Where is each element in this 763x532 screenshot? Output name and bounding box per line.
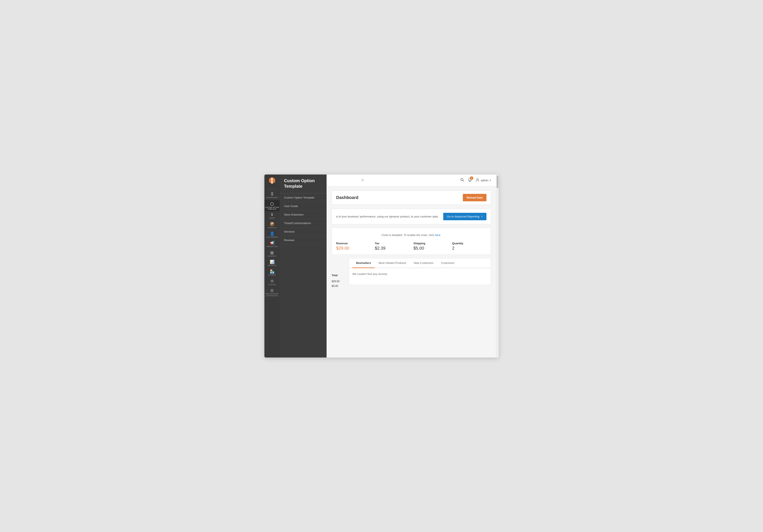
advanced-reporting-button[interactable]: Go to Advanced Reporting ↗ (443, 213, 487, 220)
close-icon[interactable]: ✕ (361, 178, 364, 183)
stat-label-tax: Tax (375, 242, 409, 245)
tab-new-customers[interactable]: New Customers (410, 258, 437, 268)
scrollbar[interactable] (496, 174, 498, 358)
stat-label-quantity: Quantity (452, 242, 487, 245)
sidebar-item-reports[interactable]: 📊 REPORTS (265, 258, 280, 268)
scrollbar-thumb[interactable] (497, 175, 498, 188)
reporting-section: d of your business' performance, using o… (332, 209, 491, 224)
tabs-section: Bestsellers Most Viewed Products New Cus… (349, 258, 491, 285)
no-records-message: We couldn't find any records. (352, 272, 487, 276)
tabs-and-totals-wrapper: Total $29.00 $0.00 Bestsellers Most View… (332, 258, 491, 288)
dropdown-sidebar: Custom Option Template ✕ Custom Option T… (280, 174, 327, 358)
sidebar-item-system[interactable]: ⚙ SYSTEM (265, 278, 280, 287)
dropdown-menu-title: Custom Option Template (280, 178, 327, 193)
dashboard-header: Dashboard Reload Data (332, 191, 491, 205)
notification-badge: 1 (470, 176, 473, 180)
menu-item-user-guide[interactable]: User Guide (280, 202, 327, 211)
system-icon: ⚙ (271, 279, 274, 283)
sidebar-item-label-partners: FIND PARTNERS & EXTENSIONS (265, 293, 279, 297)
chart-disabled-text: Chart is disabled. To enable the chart, … (382, 233, 434, 237)
sidebar-divider (268, 189, 276, 189)
tabs-header: Bestsellers Most Viewed Products New Cus… (349, 258, 491, 268)
sidebar-item-sales[interactable]: $ SALES (265, 211, 280, 221)
stat-value-quantity: 2 (452, 246, 487, 251)
menu-item-label: Store Extension (284, 213, 304, 216)
tab-most-viewed[interactable]: Most Viewed Products (375, 258, 410, 268)
menu-item-services[interactable]: Services (280, 227, 327, 236)
sidebar-item-customers[interactable]: 👤 CUSTOMERS (265, 230, 280, 240)
svg-point-4 (470, 181, 470, 182)
sidebar-item-catalog[interactable]: 📦 CATALOG (265, 221, 280, 230)
reports-icon: 📊 (270, 260, 274, 264)
sidebar-item-label-content: CONTENT (268, 255, 276, 257)
tab-label-most-viewed: Most Viewed Products (379, 261, 406, 265)
stat-label-shipping: Shipping (413, 242, 448, 245)
notification-bell[interactable]: 1 (468, 178, 472, 183)
menu-item-label: User Guide (284, 205, 298, 208)
menu-item-label: Custom Option Template (284, 196, 314, 199)
page-title: Dashboard (336, 195, 358, 200)
stat-tax: Tax $2.39 (375, 242, 409, 251)
customers-icon: 👤 (270, 232, 274, 235)
stat-revenue: Revenue $29.00 (336, 242, 371, 251)
menu-item-custom-option-template[interactable]: Custom Option Template (280, 193, 327, 202)
tabs-body: We couldn't find any records. (349, 268, 491, 277)
stats-section: Chart is disabled. To enable the chart, … (332, 228, 491, 255)
stores-icon: 🏪 (270, 270, 274, 273)
catalog-icon: 📦 (270, 222, 274, 226)
stat-value-revenue: $29.00 (336, 246, 371, 251)
sidebar-item-label-system: SYSTEM (268, 284, 276, 286)
search-icon[interactable] (460, 178, 464, 183)
sidebar-item-label-stores: STORES (268, 274, 276, 276)
magento-logo[interactable] (268, 176, 277, 186)
total-value-1: $29.00 (332, 279, 349, 284)
sidebar-item-label-dashboard: DASHBOARD (266, 197, 278, 199)
sidebar-item-label-customers: CUSTOMERS (266, 236, 278, 238)
sidebar-item-custom-option-template[interactable]: ⬡ CUSTOM OPTION TEMPLATE (265, 200, 280, 212)
marketing-icon: 📢 (270, 241, 274, 245)
stats-grid: Revenue $29.00 Tax $2.39 Shipping $5.00 (336, 242, 487, 251)
sidebar-item-label-sales: SALES (269, 217, 275, 219)
tab-bestsellers[interactable]: Bestsellers (352, 258, 375, 268)
advanced-reporting-label: Go to Advanced Reporting (447, 215, 480, 218)
chart-disabled-message: Chart is disabled. To enable the chart, … (336, 232, 487, 240)
sidebar-item-label-reports: REPORTS (268, 265, 276, 267)
user-label: admin (481, 179, 489, 182)
user-menu[interactable]: admin ▾ (476, 178, 491, 183)
chevron-down-icon: ▾ (490, 179, 491, 182)
menu-item-label: Services (284, 230, 295, 233)
sales-icon: $ (271, 213, 273, 217)
main-content: 1 admin ▾ Dashboard (327, 174, 498, 358)
svg-line-3 (463, 180, 464, 182)
menu-item-store-extension[interactable]: Store Extension (280, 211, 327, 219)
total-label: Total (332, 271, 349, 279)
sidebar-item-label-marketing: MARKETING (267, 245, 277, 248)
sidebar-item-marketing[interactable]: 📢 MARKETING (265, 239, 280, 249)
chart-enable-link[interactable]: here. (435, 233, 441, 237)
sidebar-item-stores[interactable]: 🏪 STORES (265, 268, 280, 278)
sidebar-item-dashboard[interactable]: 🎛 DASHBOARD (265, 191, 280, 200)
page-content: Dashboard Reload Data d of your business… (327, 186, 496, 293)
reload-data-button[interactable]: Reload Data (463, 194, 487, 201)
stat-shipping: Shipping $5.00 (413, 242, 448, 251)
tab-label-new-customers: New Customers (414, 261, 433, 265)
sidebar-item-find-partners[interactable]: ⊞ FIND PARTNERS & EXTENSIONS (265, 287, 280, 298)
sidebar-item-content[interactable]: ▦ CONTENT (265, 249, 280, 259)
total-value-2: $0.00 (332, 284, 349, 288)
top-header: 1 admin ▾ (327, 174, 496, 186)
tab-customers[interactable]: Customers (437, 258, 458, 268)
menu-item-label: Reviews (284, 238, 294, 242)
icon-sidebar: 🎛 DASHBOARD ⬡ CUSTOM OPTION TEMPLATE $ S… (265, 174, 280, 358)
dashboard-icon: 🎛 (270, 192, 274, 196)
find-partners-icon: ⊞ (271, 289, 274, 292)
tab-label-customers: Customers (441, 261, 455, 265)
menu-item-reviews[interactable]: Reviews (280, 236, 327, 244)
sidebar-item-label-catalog: CATALOG (268, 226, 276, 229)
svg-point-5 (477, 178, 478, 180)
stat-label-revenue: Revenue (336, 242, 371, 245)
menu-item-label: Ticket/Customisations (284, 222, 311, 225)
stat-value-shipping: $5.00 (413, 246, 448, 251)
tab-label-bestsellers: Bestsellers (356, 261, 371, 265)
external-link-icon: ↗ (481, 215, 483, 218)
menu-item-ticket-customisations[interactable]: Ticket/Customisations (280, 219, 327, 227)
